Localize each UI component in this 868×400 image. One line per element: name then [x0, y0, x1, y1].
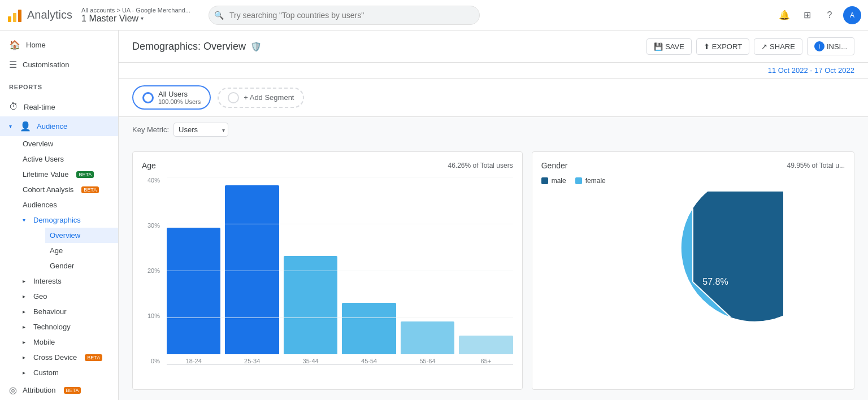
segments-bar: All Users 100.00% Users + Add Segment — [119, 79, 868, 117]
app-title: Analytics — [27, 8, 72, 21]
y-axis: 40% 30% 20% 10% 0% — [142, 177, 162, 364]
sidebar-item-attribution[interactable]: ◎ Attribution BETA — [0, 380, 118, 400]
demo-gender-label: Gender — [50, 262, 74, 270]
lifetime-value-label: Lifetime Value — [23, 170, 68, 179]
sidebar-item-demographics[interactable]: ▾ Demographics — [18, 212, 118, 228]
share-button[interactable]: ↗ SHARE — [754, 38, 802, 55]
share-icon: ↗ — [761, 42, 767, 51]
sidebar-item-audience[interactable]: ▾ 👤 Audience — [0, 116, 118, 136]
interests-expand-icon: ▸ — [23, 278, 25, 284]
sidebar-item-home[interactable]: 🏠 Home — [0, 35, 118, 55]
audience-submenu: Overview Active Users Lifetime Value BET… — [0, 136, 118, 380]
demographics-submenu: Overview Age Gender — [18, 228, 118, 273]
sidebar-reports-section: ⏱ Real-time ▾ 👤 Audience Overview Active… — [0, 93, 118, 400]
add-segment-label: + Add Segment — [244, 93, 294, 102]
insights-icon: i — [814, 41, 824, 51]
x-label-25-34: 25-34 — [244, 358, 260, 364]
search-input[interactable] — [209, 6, 480, 25]
y-label-0: 0% — [151, 358, 160, 364]
content-header: Demographics: Overview 🛡️ 💾 SAVE ⬆ EXPOR… — [119, 31, 868, 63]
x-label-18-24: 18-24 — [186, 358, 202, 364]
audience-expand-icon: ▾ — [9, 123, 12, 129]
cross-device-expand-icon: ▸ — [23, 354, 25, 360]
grid-line-30 — [167, 224, 513, 224]
x-label-35-44: 35-44 — [303, 358, 319, 364]
sidebar-item-mobile[interactable]: ▸ Mobile — [18, 334, 118, 350]
sidebar-item-audiences[interactable]: Audiences — [18, 197, 118, 212]
key-metric-select[interactable]: Users Sessions Pageviews — [173, 123, 228, 137]
gender-chart-title-row: Gender 49.95% of Total u... — [541, 161, 845, 170]
audience-icon: 👤 — [20, 121, 31, 132]
active-users-label: Active Users — [23, 155, 64, 163]
sidebar-item-behaviour[interactable]: ▸ Behaviour — [18, 304, 118, 319]
age-bar-chart: 40% 30% 20% 10% 0% — [142, 177, 513, 380]
sidebar-item-lifetime-value[interactable]: Lifetime Value BETA — [18, 167, 118, 182]
interests-label: Interests — [33, 277, 62, 285]
help-icon[interactable]: ? — [821, 6, 839, 24]
charts-row: Age 46.26% of Total users 40% 30% 20% 10… — [119, 142, 868, 399]
grid-line-10 — [167, 318, 513, 318]
overview-label: Overview — [23, 140, 53, 148]
export-icon: ⬆ — [704, 42, 710, 51]
sidebar-item-technology[interactable]: ▸ Technology — [18, 319, 118, 334]
sidebar-item-custom[interactable]: ▸ Custom — [18, 365, 118, 380]
account-info: All accounts > UA - Google Merchand... 1… — [81, 7, 190, 24]
save-button[interactable]: 💾 SAVE — [646, 38, 692, 55]
home-label: Home — [26, 41, 46, 49]
key-metric-bar: Key Metric: Users Sessions Pageviews ▾ — [119, 117, 868, 142]
all-users-segment[interactable]: All Users 100.00% Users — [132, 85, 211, 110]
audience-label: Audience — [37, 122, 67, 131]
sidebar-item-interests[interactable]: ▸ Interests — [18, 273, 118, 289]
sidebar-item-demo-age[interactable]: Age — [45, 243, 118, 258]
sidebar-item-cross-device[interactable]: ▸ Cross Device BETA — [18, 350, 118, 365]
date-range[interactable]: 11 Oct 2022 - 17 Oct 2022 — [119, 63, 868, 79]
age-chart-subtitle: 46.26% of Total users — [448, 162, 513, 169]
age-chart-card: Age 46.26% of Total users 40% 30% 20% 10… — [132, 151, 523, 390]
apps-icon[interactable]: ⊞ — [798, 6, 816, 24]
bars-area: 18-24 25-34 35-44 — [167, 177, 513, 364]
account-icon[interactable]: A — [843, 6, 861, 24]
view-selector[interactable]: 1 Master View ▾ — [81, 14, 190, 24]
geo-expand-icon: ▸ — [23, 293, 25, 299]
sidebar-item-overview[interactable]: Overview — [18, 136, 118, 151]
sidebar-item-cohort-analysis[interactable]: Cohort Analysis BETA — [18, 182, 118, 197]
sidebar-item-customisation[interactable]: ☰ Customisation — [0, 55, 118, 75]
add-segment-circle-icon — [228, 92, 239, 103]
sidebar-item-geo[interactable]: ▸ Geo — [18, 289, 118, 304]
bar-rect-18-24 — [167, 228, 220, 354]
legend-female-dot — [575, 177, 582, 184]
save-icon: 💾 — [654, 42, 663, 51]
segment-name: All Users — [158, 90, 201, 98]
page-title-row: Demographics: Overview 🛡️ — [132, 41, 262, 53]
sidebar-item-demo-overview[interactable]: Overview — [45, 228, 118, 243]
topbar-actions: 🔔 ⊞ ? A — [775, 6, 861, 24]
notifications-icon[interactable]: 🔔 — [775, 6, 793, 24]
x-label-65plus: 65+ — [481, 358, 492, 364]
y-label-30: 30% — [147, 222, 160, 229]
pie-legend: male female — [541, 177, 845, 185]
sidebar-item-active-users[interactable]: Active Users — [18, 151, 118, 167]
gender-chart-title: Gender — [541, 161, 568, 170]
attribution-badge: BETA — [64, 387, 81, 394]
view-selector-caret: ▾ — [141, 15, 144, 21]
cohort-analysis-badge: BETA — [81, 186, 99, 193]
export-button[interactable]: ⬆ EXPORT — [696, 38, 749, 55]
mobile-label: Mobile — [33, 338, 55, 346]
y-label-10: 10% — [147, 312, 160, 319]
sidebar-item-demo-gender[interactable]: Gender — [45, 258, 118, 273]
realtime-label: Real-time — [24, 103, 55, 111]
demographics-expand-icon: ▾ — [23, 217, 25, 223]
x-label-45-54: 45-54 — [361, 358, 377, 364]
sidebar: 🏠 Home ☰ Customisation REPORTS ⏱ Real-ti… — [0, 31, 119, 400]
sidebar-item-realtime[interactable]: ⏱ Real-time — [0, 97, 118, 116]
segment-info: All Users 100.00% Users — [158, 90, 201, 105]
insights-button[interactable]: i INSI... — [807, 37, 854, 55]
demographics-label: Demographics — [33, 216, 81, 224]
content-area: Demographics: Overview 🛡️ 💾 SAVE ⬆ EXPOR… — [119, 31, 868, 400]
add-segment-button[interactable]: + Add Segment — [218, 88, 304, 108]
key-metric-selector[interactable]: Users Sessions Pageviews ▾ — [173, 123, 228, 137]
reports-section-label: REPORTS — [0, 79, 118, 93]
legend-male-dot — [541, 177, 548, 184]
grid-line-0 — [167, 364, 513, 365]
search-bar[interactable]: 🔍 — [209, 6, 480, 25]
